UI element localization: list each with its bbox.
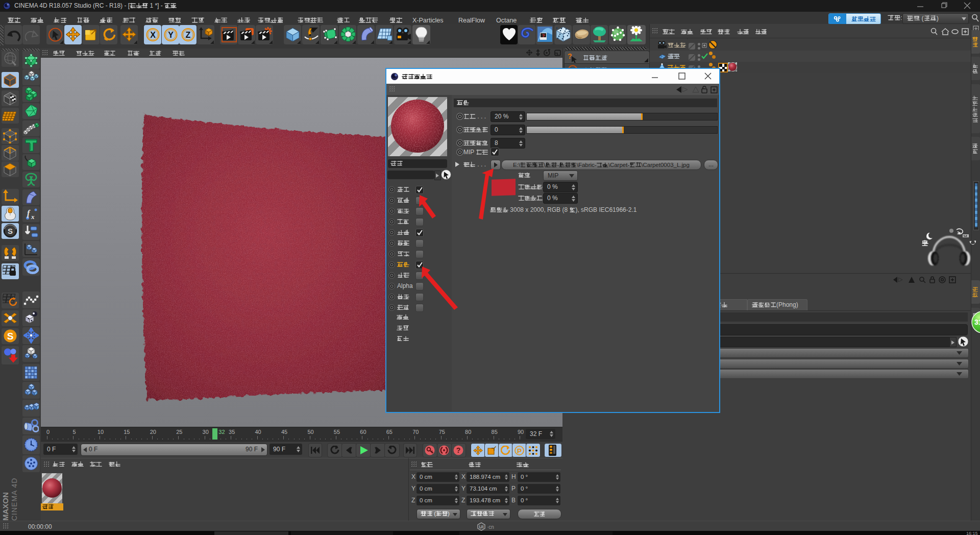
svg-text:31: 31 xyxy=(974,318,980,326)
